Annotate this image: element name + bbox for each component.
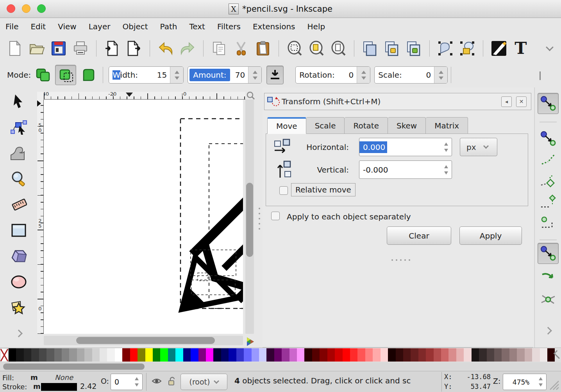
color-swatch[interactable] (411, 348, 418, 362)
color-swatch[interactable] (448, 348, 456, 362)
duplicate-button[interactable] (361, 39, 379, 58)
tweak-tool-button[interactable] (9, 144, 29, 162)
vertical-spinner[interactable] (441, 161, 452, 178)
color-swatch[interactable] (464, 348, 471, 362)
swatch-none[interactable] (0, 348, 9, 362)
color-swatch[interactable] (297, 348, 304, 362)
menu-view[interactable]: View (58, 22, 76, 31)
star-tool-button[interactable] (9, 299, 29, 316)
undo-button[interactable] (156, 39, 175, 58)
select-touched-button[interactable] (458, 39, 477, 58)
color-swatch[interactable] (403, 348, 411, 362)
dialog-close-button[interactable]: ✕ (516, 96, 527, 107)
opacity-spinner[interactable] (131, 374, 142, 390)
copy-button[interactable] (210, 39, 229, 58)
color-swatch[interactable] (350, 348, 357, 362)
color-swatch[interactable] (39, 348, 46, 362)
color-swatch[interactable] (532, 348, 540, 362)
stroke-color-swatch[interactable] (41, 383, 77, 391)
redo-button[interactable] (178, 39, 197, 58)
ellipse-tool-button[interactable] (9, 273, 29, 290)
color-swatch[interactable] (115, 348, 122, 362)
zoom-spinner[interactable] (535, 374, 546, 390)
color-swatch[interactable] (16, 348, 23, 362)
canvas[interactable] (44, 100, 243, 334)
dialog-resize-handle[interactable] (391, 259, 410, 261)
color-swatch[interactable] (502, 348, 509, 362)
tab-rotate[interactable]: Rotate (345, 117, 388, 134)
color-swatch[interactable] (168, 348, 175, 362)
scrollbar-thumb[interactable] (76, 337, 215, 344)
vertical-value[interactable]: -0.000 (359, 165, 441, 175)
color-swatch[interactable] (191, 348, 198, 362)
color-swatch[interactable] (46, 348, 54, 362)
zoom-value[interactable]: 475% (503, 378, 535, 386)
stroke-width-value[interactable]: 2.42 (80, 382, 96, 390)
menu-edit[interactable]: Edit (30, 22, 46, 31)
color-swatch[interactable] (517, 348, 524, 362)
zoom-drawing-button[interactable] (307, 39, 326, 58)
color-swatch[interactable] (153, 348, 160, 362)
use-pressure-button[interactable] (266, 66, 284, 84)
width-spinner[interactable] (170, 67, 183, 83)
color-swatch[interactable] (335, 348, 342, 362)
canvas-horizontal-scrollbar[interactable] (44, 336, 243, 345)
color-swatch[interactable] (418, 348, 426, 362)
color-swatch[interactable] (441, 348, 448, 362)
color-swatch[interactable] (107, 348, 114, 362)
snap-bbox-edge-midpoints-button[interactable] (538, 191, 559, 212)
window-resize-grip[interactable] (548, 380, 559, 390)
amount-spinbox[interactable]: Amount: 70 (188, 66, 262, 84)
color-swatch[interactable] (479, 348, 486, 362)
color-swatch[interactable] (472, 348, 479, 362)
scrollbar-thumb[interactable] (246, 183, 253, 257)
color-swatch[interactable] (304, 348, 312, 362)
opacity-spinbox[interactable]: 0 (111, 374, 143, 390)
scale-spinner[interactable] (434, 67, 447, 83)
menu-filters[interactable]: Filters (217, 22, 241, 31)
menu-help[interactable]: Help (307, 22, 325, 31)
color-swatch[interactable] (373, 348, 380, 362)
color-swatch[interactable] (282, 348, 289, 362)
node-tool-button[interactable] (9, 119, 29, 136)
measure-tool-button[interactable] (9, 196, 29, 213)
color-swatch[interactable] (252, 348, 259, 362)
rotation-spinner[interactable] (357, 67, 370, 83)
select-objects-button[interactable] (436, 39, 455, 58)
layer-visibility-toggle[interactable] (152, 377, 162, 387)
document-save-button[interactable] (49, 39, 68, 58)
color-swatch[interactable] (77, 348, 84, 362)
color-swatch[interactable] (54, 348, 62, 362)
color-swatch[interactable] (320, 348, 327, 362)
zoom-spinbox[interactable]: 475% (503, 374, 547, 390)
selector-tool-button[interactable] (9, 93, 29, 110)
snap-paths-button[interactable] (538, 268, 559, 289)
color-swatch[interactable] (145, 348, 153, 362)
menu-file[interactable]: File (5, 22, 18, 31)
snap-nodes-toggle[interactable] (538, 243, 559, 264)
paste-button[interactable] (254, 39, 272, 58)
opacity-value[interactable]: 0 (111, 378, 131, 386)
menu-path[interactable]: Path (160, 22, 177, 31)
color-swatch[interactable] (509, 348, 517, 362)
export-button[interactable] (125, 39, 143, 58)
toolbox-more-button[interactable] (9, 325, 29, 342)
layer-lock-toggle[interactable] (167, 377, 177, 388)
color-swatch[interactable] (547, 348, 555, 362)
snapbar-more-button[interactable] (538, 320, 559, 341)
color-swatch[interactable] (266, 348, 274, 362)
layer-selector-dropdown[interactable]: (root) (180, 374, 227, 390)
apply-each-checkbox[interactable] (271, 212, 280, 220)
color-swatch[interactable] (343, 348, 350, 362)
horizontal-value[interactable]: 0.000 (359, 141, 387, 153)
tab-skew[interactable]: Skew (388, 117, 426, 134)
text-tool-button[interactable]: T (511, 39, 530, 58)
tab-move[interactable]: Move (267, 117, 306, 134)
color-swatch[interactable] (92, 348, 100, 362)
fill-value[interactable]: None (55, 373, 73, 381)
menu-layer[interactable]: Layer (89, 22, 111, 31)
tool-options-overflow-button[interactable] (540, 71, 541, 79)
color-swatch[interactable] (138, 348, 145, 362)
tweak-scale-mode-button[interactable] (79, 66, 97, 84)
color-swatch[interactable] (24, 348, 31, 362)
